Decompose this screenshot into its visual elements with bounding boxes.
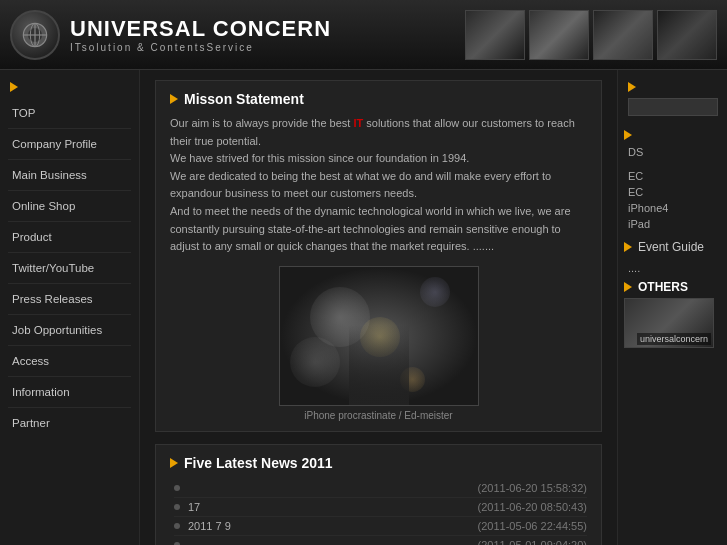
sidebar-item-press-releases[interactable]: Press Releases xyxy=(0,286,139,312)
logo-icon xyxy=(21,21,49,49)
sidebar-item-access[interactable]: Access xyxy=(0,348,139,374)
news-title: Five Latest News 2011 xyxy=(184,455,333,471)
mission-body: Our aim is to always provide the best IT… xyxy=(170,115,587,256)
site-title: UNIVERSAL CONCERN xyxy=(70,16,331,42)
sidebar-label-product: Product xyxy=(12,231,52,243)
sidebar-label-access: Access xyxy=(12,355,49,367)
news-item-date: (2011-06-20 15:58:32) xyxy=(478,482,587,494)
right-ds-label: DS xyxy=(624,144,721,160)
news-item-date: (2011-06-20 08:50:43) xyxy=(478,501,587,513)
news-bullet-icon xyxy=(174,485,180,491)
news-item: (2011-06-20 15:58:32) xyxy=(174,479,587,498)
header-title-block: UNIVERSAL CONCERN ITsolution & ContentsS… xyxy=(70,16,331,53)
logo-circle xyxy=(10,10,60,60)
news-item: 2011 7 9 (2011-05-06 22:44:55) xyxy=(174,517,587,536)
right-others: OTHERS xyxy=(624,280,721,294)
right-search-bar[interactable] xyxy=(628,98,718,116)
sidebar-label-twitter-youtube: Twitter/YouTube xyxy=(12,262,94,274)
sidebar-divider xyxy=(8,407,131,408)
right-arrow-icon xyxy=(628,82,636,92)
sidebar: TOP Company Profile Main Business Online… xyxy=(0,70,140,545)
sidebar-divider xyxy=(8,345,131,346)
sidebar-divider xyxy=(8,252,131,253)
header-thumb-3[interactable] xyxy=(593,10,653,60)
news-item-text: 2011 7 9 xyxy=(188,520,470,532)
sidebar-item-company-profile[interactable]: Company Profile xyxy=(0,131,139,157)
header: UNIVERSAL CONCERN ITsolution & ContentsS… xyxy=(0,0,727,70)
header-thumb-2[interactable] xyxy=(529,10,589,60)
sidebar-divider xyxy=(8,128,131,129)
right-sidebar: DS EC EC iPhone4 iPad Event Guide .... O… xyxy=(617,70,727,545)
news-arrow-icon xyxy=(170,458,178,468)
sidebar-label-company-profile: Company Profile xyxy=(12,138,97,150)
news-item-text: 17 xyxy=(188,501,470,513)
news-item: (2011-05-01 09:04:20) xyxy=(174,536,587,545)
mission-section: Misson Statement Our aim is to always pr… xyxy=(155,80,602,432)
mission-image-block: iPhone procrastinate / Ed-meister xyxy=(170,266,587,421)
sidebar-divider xyxy=(8,190,131,191)
header-images xyxy=(465,10,717,60)
news-item: 17 (2011-06-20 08:50:43) xyxy=(174,498,587,517)
sidebar-arrow-icon xyxy=(10,82,18,92)
right-ds-arrow xyxy=(624,130,721,140)
right-thumb-label: universalconcern xyxy=(637,333,711,345)
mission-arrow-icon xyxy=(170,94,178,104)
header-thumb-4[interactable] xyxy=(657,10,717,60)
mission-image xyxy=(279,266,479,406)
news-header: Five Latest News 2011 xyxy=(170,455,587,471)
sidebar-item-online-shop[interactable]: Online Shop xyxy=(0,193,139,219)
right-ec-label1: EC xyxy=(624,168,721,184)
news-bullet-icon xyxy=(174,523,180,529)
sidebar-item-job-opportunities[interactable]: Job Opportunities xyxy=(0,317,139,343)
sidebar-divider xyxy=(8,314,131,315)
sidebar-item-top[interactable]: TOP xyxy=(0,100,139,126)
news-list: (2011-06-20 15:58:32) 17 (2011-06-20 08:… xyxy=(170,479,587,545)
news-bullet-icon xyxy=(174,504,180,510)
sidebar-label-top: TOP xyxy=(12,107,35,119)
news-item-date: (2011-05-06 22:44:55) xyxy=(478,520,587,532)
mission-title: Misson Statement xyxy=(184,91,304,107)
right-thumb: universalconcern xyxy=(624,298,714,348)
main-layout: TOP Company Profile Main Business Online… xyxy=(0,70,727,545)
header-thumb-1[interactable] xyxy=(465,10,525,60)
sidebar-label-press-releases: Press Releases xyxy=(12,293,93,305)
sidebar-divider xyxy=(8,159,131,160)
sidebar-item-twitter-youtube[interactable]: Twitter/YouTube xyxy=(0,255,139,281)
sidebar-top-icon xyxy=(0,78,139,100)
mission-image-caption: iPhone procrastinate / Ed-meister xyxy=(304,410,452,421)
right-event-guide[interactable]: Event Guide xyxy=(624,240,721,254)
sidebar-item-product[interactable]: Product xyxy=(0,224,139,250)
sidebar-label-job-opportunities: Job Opportunities xyxy=(12,324,102,336)
sidebar-label-online-shop: Online Shop xyxy=(12,200,75,212)
news-section: Five Latest News 2011 (2011-06-20 15:58:… xyxy=(155,444,602,545)
site-subtitle: ITsolution & ContentsService xyxy=(70,42,331,53)
event-guide-arrow-icon xyxy=(624,242,632,252)
sidebar-item-information[interactable]: Information xyxy=(0,379,139,405)
sidebar-divider xyxy=(8,376,131,377)
sidebar-divider xyxy=(8,221,131,222)
others-arrow-icon xyxy=(624,282,632,292)
right-top-icon xyxy=(624,78,721,98)
right-dots-label: .... xyxy=(624,260,721,276)
right-ipad-label: iPad xyxy=(624,216,721,232)
it-highlight: IT xyxy=(353,117,363,129)
content-area: Misson Statement Our aim is to always pr… xyxy=(140,70,617,545)
sidebar-label-main-business: Main Business xyxy=(12,169,87,181)
right-ec-label2: EC xyxy=(624,184,721,200)
sidebar-label-information: Information xyxy=(12,386,70,398)
ds-arrow-icon xyxy=(624,130,632,140)
event-guide-label: Event Guide xyxy=(638,240,704,254)
sidebar-label-partner: Partner xyxy=(12,417,50,429)
right-ds-section: DS xyxy=(624,130,721,160)
sidebar-item-partner[interactable]: Partner xyxy=(0,410,139,436)
right-iphone-label: iPhone4 xyxy=(624,200,721,216)
sidebar-item-main-business[interactable]: Main Business xyxy=(0,162,139,188)
sidebar-divider xyxy=(8,283,131,284)
news-item-date: (2011-05-01 09:04:20) xyxy=(478,539,587,545)
right-others-text: OTHERS xyxy=(638,280,688,294)
mission-header: Misson Statement xyxy=(170,91,587,107)
right-products-section: EC EC iPhone4 iPad xyxy=(624,168,721,232)
